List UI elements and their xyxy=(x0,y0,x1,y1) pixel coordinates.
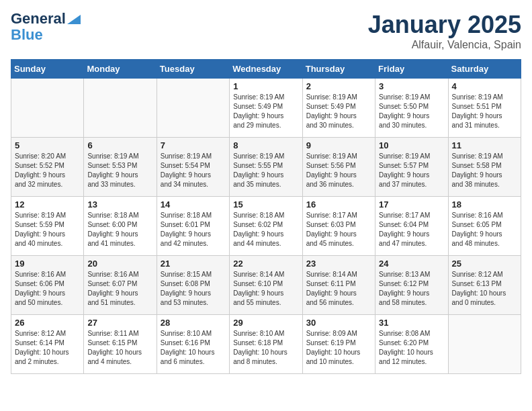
cell-info: Sunrise: 8:19 AM Sunset: 5:51 PM Dayligh… xyxy=(452,93,517,130)
cell-info: Sunrise: 8:14 AM Sunset: 6:11 PM Dayligh… xyxy=(306,270,371,308)
cell-info: Sunrise: 8:19 AM Sunset: 5:55 PM Dayligh… xyxy=(233,152,298,189)
cell-info: Sunrise: 8:11 AM Sunset: 6:15 PM Dayligh… xyxy=(87,329,152,367)
cell-info: Sunrise: 8:20 AM Sunset: 5:52 PM Dayligh… xyxy=(15,152,80,189)
day-number: 1 xyxy=(233,81,298,91)
calendar-cell: 10Sunrise: 8:19 AM Sunset: 5:57 PM Dayli… xyxy=(375,138,448,197)
calendar-cell: 31Sunrise: 8:08 AM Sunset: 6:20 PM Dayli… xyxy=(375,315,448,374)
cell-info: Sunrise: 8:12 AM Sunset: 6:13 PM Dayligh… xyxy=(452,270,517,308)
calendar-cell: 25Sunrise: 8:12 AM Sunset: 6:13 PM Dayli… xyxy=(448,256,521,315)
weekday-header-friday: Friday xyxy=(375,60,448,79)
weekday-header-tuesday: Tuesday xyxy=(157,60,229,79)
calendar-cell: 1Sunrise: 8:19 AM Sunset: 5:49 PM Daylig… xyxy=(230,79,302,138)
calendar-cell: 15Sunrise: 8:18 AM Sunset: 6:02 PM Dayli… xyxy=(230,197,302,256)
calendar-subtitle: Alfauir, Valencia, Spain xyxy=(368,39,521,51)
day-number: 10 xyxy=(379,140,444,150)
day-number: 23 xyxy=(306,259,371,269)
cell-info: Sunrise: 8:19 AM Sunset: 5:58 PM Dayligh… xyxy=(452,152,517,189)
calendar-cell xyxy=(84,79,157,138)
day-number: 18 xyxy=(452,199,517,210)
day-number: 6 xyxy=(87,140,152,150)
calendar-cell: 27Sunrise: 8:11 AM Sunset: 6:15 PM Dayli… xyxy=(84,315,157,374)
day-number: 4 xyxy=(452,81,517,91)
day-number: 15 xyxy=(233,199,298,210)
day-number: 2 xyxy=(306,81,371,91)
day-number: 17 xyxy=(379,199,444,210)
svg-marker-0 xyxy=(67,15,81,24)
cell-info: Sunrise: 8:10 AM Sunset: 6:16 PM Dayligh… xyxy=(161,329,226,367)
weekday-header-sunday: Sunday xyxy=(11,60,84,79)
calendar-cell: 20Sunrise: 8:16 AM Sunset: 6:07 PM Dayli… xyxy=(84,256,157,315)
day-number: 20 xyxy=(87,259,152,269)
calendar-week-row: 5Sunrise: 8:20 AM Sunset: 5:52 PM Daylig… xyxy=(11,138,521,197)
cell-info: Sunrise: 8:19 AM Sunset: 5:59 PM Dayligh… xyxy=(15,211,80,248)
calendar-cell: 17Sunrise: 8:17 AM Sunset: 6:04 PM Dayli… xyxy=(375,197,448,256)
day-number: 13 xyxy=(87,199,152,210)
calendar-week-row: 12Sunrise: 8:19 AM Sunset: 5:59 PM Dayli… xyxy=(11,197,521,256)
day-number: 14 xyxy=(161,199,226,210)
calendar-cell: 12Sunrise: 8:19 AM Sunset: 5:59 PM Dayli… xyxy=(11,197,84,256)
cell-info: Sunrise: 8:16 AM Sunset: 6:05 PM Dayligh… xyxy=(452,211,517,248)
calendar-cell: 9Sunrise: 8:19 AM Sunset: 5:56 PM Daylig… xyxy=(302,138,375,197)
cell-info: Sunrise: 8:08 AM Sunset: 6:20 PM Dayligh… xyxy=(379,329,444,367)
calendar-cell: 23Sunrise: 8:14 AM Sunset: 6:11 PM Dayli… xyxy=(302,256,375,315)
weekday-header-thursday: Thursday xyxy=(302,60,375,79)
calendar-cell: 14Sunrise: 8:18 AM Sunset: 6:01 PM Dayli… xyxy=(157,197,229,256)
weekday-header-row: SundayMondayTuesdayWednesdayThursdayFrid… xyxy=(11,60,521,79)
calendar-cell: 30Sunrise: 8:09 AM Sunset: 6:19 PM Dayli… xyxy=(302,315,375,374)
calendar-title: January 2025 xyxy=(368,11,521,39)
calendar-cell: 5Sunrise: 8:20 AM Sunset: 5:52 PM Daylig… xyxy=(11,138,84,197)
day-number: 25 xyxy=(452,259,517,269)
cell-info: Sunrise: 8:16 AM Sunset: 6:07 PM Dayligh… xyxy=(87,270,152,308)
cell-info: Sunrise: 8:09 AM Sunset: 6:19 PM Dayligh… xyxy=(306,329,371,367)
day-number: 27 xyxy=(87,318,152,328)
day-number: 29 xyxy=(233,318,298,328)
day-number: 19 xyxy=(15,259,80,269)
calendar-table: SundayMondayTuesdayWednesdayThursdayFrid… xyxy=(11,59,521,374)
day-number: 7 xyxy=(161,140,226,150)
calendar-week-row: 1Sunrise: 8:19 AM Sunset: 5:49 PM Daylig… xyxy=(11,79,521,138)
day-number: 24 xyxy=(379,259,444,269)
cell-info: Sunrise: 8:19 AM Sunset: 5:50 PM Dayligh… xyxy=(379,93,444,130)
calendar-cell: 11Sunrise: 8:19 AM Sunset: 5:58 PM Dayli… xyxy=(448,138,521,197)
day-number: 22 xyxy=(233,259,298,269)
calendar-cell xyxy=(157,79,229,138)
calendar-cell: 19Sunrise: 8:16 AM Sunset: 6:06 PM Dayli… xyxy=(11,256,84,315)
day-number: 3 xyxy=(379,81,444,91)
calendar-cell: 24Sunrise: 8:13 AM Sunset: 6:12 PM Dayli… xyxy=(375,256,448,315)
day-number: 31 xyxy=(379,318,444,328)
calendar-cell: 8Sunrise: 8:19 AM Sunset: 5:55 PM Daylig… xyxy=(230,138,302,197)
title-section: January 2025 Alfauir, Valencia, Spain xyxy=(368,11,521,51)
weekday-header-monday: Monday xyxy=(84,60,157,79)
day-number: 8 xyxy=(233,140,298,150)
calendar-cell: 18Sunrise: 8:16 AM Sunset: 6:05 PM Dayli… xyxy=(448,197,521,256)
cell-info: Sunrise: 8:19 AM Sunset: 5:49 PM Dayligh… xyxy=(306,93,371,130)
cell-info: Sunrise: 8:19 AM Sunset: 5:54 PM Dayligh… xyxy=(161,152,226,189)
calendar-cell: 2Sunrise: 8:19 AM Sunset: 5:49 PM Daylig… xyxy=(302,79,375,138)
calendar-cell xyxy=(11,79,84,138)
day-number: 30 xyxy=(306,318,371,328)
calendar-cell: 28Sunrise: 8:10 AM Sunset: 6:16 PM Dayli… xyxy=(157,315,229,374)
cell-info: Sunrise: 8:15 AM Sunset: 6:08 PM Dayligh… xyxy=(161,270,226,308)
calendar-cell: 21Sunrise: 8:15 AM Sunset: 6:08 PM Dayli… xyxy=(157,256,229,315)
calendar-cell: 6Sunrise: 8:19 AM Sunset: 5:53 PM Daylig… xyxy=(84,138,157,197)
day-number: 21 xyxy=(161,259,226,269)
logo-text-general: General xyxy=(11,11,66,27)
cell-info: Sunrise: 8:13 AM Sunset: 6:12 PM Dayligh… xyxy=(379,270,444,308)
calendar-cell: 29Sunrise: 8:10 AM Sunset: 6:18 PM Dayli… xyxy=(230,315,302,374)
cell-info: Sunrise: 8:19 AM Sunset: 5:56 PM Dayligh… xyxy=(306,152,371,189)
calendar-week-row: 26Sunrise: 8:12 AM Sunset: 6:14 PM Dayli… xyxy=(11,315,521,374)
calendar-cell: 26Sunrise: 8:12 AM Sunset: 6:14 PM Dayli… xyxy=(11,315,84,374)
calendar-week-row: 19Sunrise: 8:16 AM Sunset: 6:06 PM Dayli… xyxy=(11,256,521,315)
day-number: 12 xyxy=(15,199,80,210)
day-number: 9 xyxy=(306,140,371,150)
cell-info: Sunrise: 8:18 AM Sunset: 6:02 PM Dayligh… xyxy=(233,211,298,248)
cell-info: Sunrise: 8:19 AM Sunset: 5:49 PM Dayligh… xyxy=(233,93,298,130)
calendar-cell: 7Sunrise: 8:19 AM Sunset: 5:54 PM Daylig… xyxy=(157,138,229,197)
cell-info: Sunrise: 8:17 AM Sunset: 6:04 PM Dayligh… xyxy=(379,211,444,248)
cell-info: Sunrise: 8:19 AM Sunset: 5:53 PM Dayligh… xyxy=(87,152,152,189)
cell-info: Sunrise: 8:18 AM Sunset: 6:00 PM Dayligh… xyxy=(87,211,152,248)
weekday-header-saturday: Saturday xyxy=(448,60,521,79)
day-number: 5 xyxy=(15,140,80,150)
logo-text-blue: Blue xyxy=(11,27,43,43)
calendar-cell: 13Sunrise: 8:18 AM Sunset: 6:00 PM Dayli… xyxy=(84,197,157,256)
